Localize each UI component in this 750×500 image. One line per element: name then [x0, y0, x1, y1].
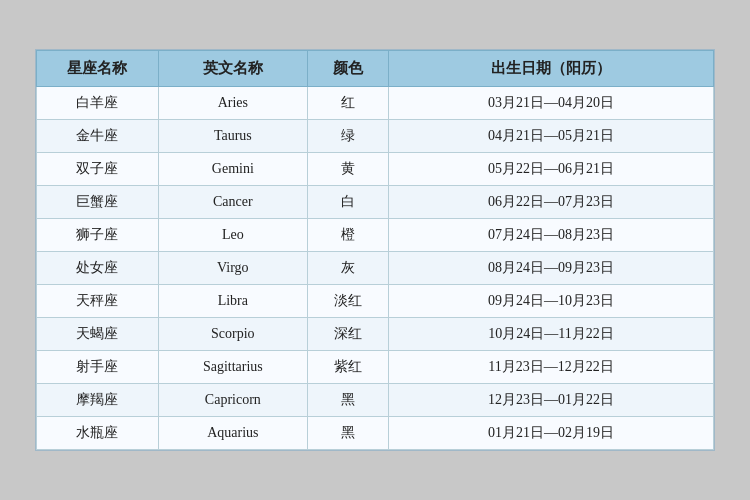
cell-color: 橙: [307, 219, 388, 252]
table-row: 摩羯座Capricorn黑12月23日—01月22日: [37, 384, 714, 417]
cell-color: 白: [307, 186, 388, 219]
header-date: 出生日期（阳历）: [389, 51, 714, 87]
zodiac-table-wrapper: 星座名称 英文名称 颜色 出生日期（阳历） 白羊座Aries红03月21日—04…: [35, 49, 715, 451]
cell-chinese: 白羊座: [37, 87, 159, 120]
cell-color: 红: [307, 87, 388, 120]
cell-chinese: 摩羯座: [37, 384, 159, 417]
table-row: 狮子座Leo橙07月24日—08月23日: [37, 219, 714, 252]
cell-color: 紫红: [307, 351, 388, 384]
cell-color: 黑: [307, 417, 388, 450]
cell-date: 08月24日—09月23日: [389, 252, 714, 285]
cell-chinese: 双子座: [37, 153, 159, 186]
zodiac-table: 星座名称 英文名称 颜色 出生日期（阳历） 白羊座Aries红03月21日—04…: [36, 50, 714, 450]
cell-color: 灰: [307, 252, 388, 285]
cell-chinese: 狮子座: [37, 219, 159, 252]
cell-english: Taurus: [158, 120, 307, 153]
cell-english: Aquarius: [158, 417, 307, 450]
cell-chinese: 射手座: [37, 351, 159, 384]
cell-english: Capricorn: [158, 384, 307, 417]
cell-date: 04月21日—05月21日: [389, 120, 714, 153]
cell-date: 09月24日—10月23日: [389, 285, 714, 318]
table-row: 处女座Virgo灰08月24日—09月23日: [37, 252, 714, 285]
cell-color: 深红: [307, 318, 388, 351]
cell-chinese: 天秤座: [37, 285, 159, 318]
cell-english: Leo: [158, 219, 307, 252]
cell-english: Gemini: [158, 153, 307, 186]
table-row: 金牛座Taurus绿04月21日—05月21日: [37, 120, 714, 153]
cell-date: 07月24日—08月23日: [389, 219, 714, 252]
cell-chinese: 巨蟹座: [37, 186, 159, 219]
cell-chinese: 水瓶座: [37, 417, 159, 450]
table-row: 天蝎座Scorpio深红10月24日—11月22日: [37, 318, 714, 351]
header-color: 颜色: [307, 51, 388, 87]
table-row: 双子座Gemini黄05月22日—06月21日: [37, 153, 714, 186]
cell-chinese: 金牛座: [37, 120, 159, 153]
cell-color: 黄: [307, 153, 388, 186]
cell-english: Scorpio: [158, 318, 307, 351]
header-chinese: 星座名称: [37, 51, 159, 87]
table-row: 天秤座Libra淡红09月24日—10月23日: [37, 285, 714, 318]
table-row: 白羊座Aries红03月21日—04月20日: [37, 87, 714, 120]
cell-chinese: 天蝎座: [37, 318, 159, 351]
cell-date: 12月23日—01月22日: [389, 384, 714, 417]
cell-date: 10月24日—11月22日: [389, 318, 714, 351]
cell-date: 11月23日—12月22日: [389, 351, 714, 384]
table-header-row: 星座名称 英文名称 颜色 出生日期（阳历）: [37, 51, 714, 87]
table-row: 巨蟹座Cancer白06月22日—07月23日: [37, 186, 714, 219]
table-row: 水瓶座Aquarius黑01月21日—02月19日: [37, 417, 714, 450]
cell-english: Libra: [158, 285, 307, 318]
table-row: 射手座Sagittarius紫红11月23日—12月22日: [37, 351, 714, 384]
table-body: 白羊座Aries红03月21日—04月20日金牛座Taurus绿04月21日—0…: [37, 87, 714, 450]
cell-color: 绿: [307, 120, 388, 153]
cell-english: Sagittarius: [158, 351, 307, 384]
cell-date: 05月22日—06月21日: [389, 153, 714, 186]
cell-english: Virgo: [158, 252, 307, 285]
cell-date: 01月21日—02月19日: [389, 417, 714, 450]
cell-date: 03月21日—04月20日: [389, 87, 714, 120]
cell-color: 黑: [307, 384, 388, 417]
cell-chinese: 处女座: [37, 252, 159, 285]
cell-english: Cancer: [158, 186, 307, 219]
cell-color: 淡红: [307, 285, 388, 318]
header-english: 英文名称: [158, 51, 307, 87]
cell-date: 06月22日—07月23日: [389, 186, 714, 219]
cell-english: Aries: [158, 87, 307, 120]
